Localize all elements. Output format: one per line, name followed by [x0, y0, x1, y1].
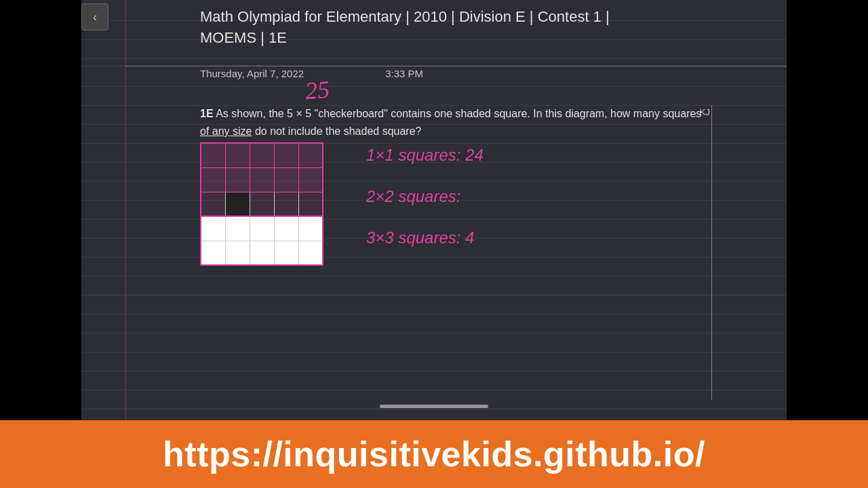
problem-text: 1E As shown, the 5 × 5 "checkerboard" co…: [200, 105, 712, 141]
margin-line: [125, 0, 126, 420]
notes-area: 1×1 squares: 24 2×2 squares: 3×3 squares…: [366, 146, 484, 268]
problem-text-main: As shown, the 5 × 5 "checkerboard" conta…: [214, 108, 702, 119]
problem-area: 1E As shown, the 5 × 5 "checkerboard" co…: [200, 105, 712, 141]
back-icon: ‹: [93, 10, 97, 24]
title-text: Math Olympiad for Elementary | 2010 | Di…: [200, 7, 692, 49]
title-line1: Math Olympiad for Elementary | 2010 | Di…: [200, 8, 610, 25]
banner-url[interactable]: https://inquisitivekids.github.io/: [163, 434, 705, 474]
answer-text: 25: [304, 75, 331, 106]
problem-underlined: of any size: [200, 125, 252, 137]
problem-number: 1E: [200, 108, 214, 119]
note-3x3: 3×3 squares: 4: [366, 228, 484, 248]
note-2x2: 2×2 squares:: [366, 187, 484, 207]
problem-text-end: do not include the shaded square?: [252, 125, 421, 137]
corner-label: KJ: [700, 107, 710, 117]
title-area: Math Olympiad for Elementary | 2010 | Di…: [200, 7, 692, 49]
title-line2: MOEMS | 1E: [200, 29, 287, 46]
scroll-indicator: [380, 405, 488, 408]
checkerboard-grid: [200, 142, 336, 274]
title-divider: [125, 66, 787, 66]
note-1x1: 1×1 squares: 24: [366, 146, 484, 165]
time-text: 3:33 PM: [385, 68, 423, 79]
grid-table: [200, 142, 323, 266]
date-text: Thursday, April 7, 2022: [200, 68, 304, 79]
vertical-divider: [711, 105, 712, 400]
orange-banner: https://inquisitivekids.github.io/: [0, 420, 868, 488]
notebook-area: Math Olympiad for Elementary | 2010 | Di…: [81, 0, 787, 420]
left-black-panel: [0, 0, 81, 420]
right-black-panel: [787, 0, 868, 420]
back-button[interactable]: ‹: [81, 3, 108, 30]
